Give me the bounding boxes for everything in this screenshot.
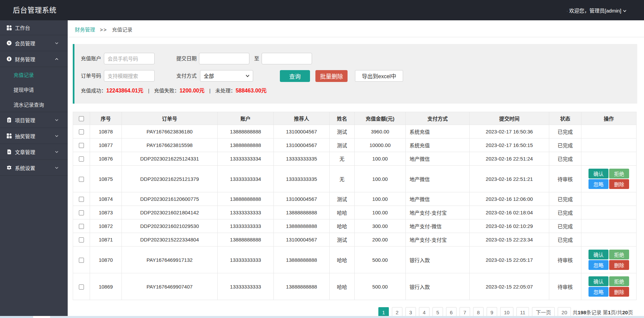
table-row: 10878 PAY1676623836180 13888888888 13100…	[73, 125, 637, 139]
row-checkbox[interactable]	[79, 237, 84, 242]
seq-cell: 10878	[90, 125, 122, 139]
stat-fail-label: 充值失败：	[154, 88, 179, 93]
row-checkbox[interactable]	[79, 197, 84, 202]
reject-button[interactable]: 拒绝	[609, 250, 629, 259]
sidebar-subitem-label: 充值记录	[14, 71, 34, 78]
stat-success-value: 12243864.01元	[106, 88, 143, 93]
ignore-button[interactable]: 忽略	[589, 260, 608, 270]
payment-method-select[interactable]: 全部	[200, 70, 253, 82]
order-no-cell: DDP20230216021029530	[122, 219, 218, 233]
sidebar-item-articles[interactable]: 文章管理	[0, 144, 68, 160]
stat-separator: |	[148, 88, 149, 93]
export-excel-button[interactable]: 导出到excel中	[355, 70, 403, 82]
sidebar-item-lottery[interactable]: 抽奖管理	[0, 128, 68, 144]
delete-button[interactable]: 删除	[609, 179, 629, 189]
row-checkbox[interactable]	[79, 177, 84, 182]
seq-cell: 10876	[90, 152, 122, 166]
reject-button[interactable]: 拒绝	[609, 169, 629, 178]
ignore-button[interactable]: 忽略	[589, 179, 608, 189]
horizontal-scrollbar[interactable]	[0, 316, 644, 318]
batch-delete-button[interactable]: 批量删除	[315, 70, 348, 82]
name-cell: 测试	[330, 233, 355, 247]
scrollbar-thumb[interactable]	[50, 316, 644, 318]
row-checkbox[interactable]	[79, 129, 84, 134]
amount-cell: 200.00	[355, 233, 406, 247]
confirm-button[interactable]: 确认	[589, 169, 608, 178]
breadcrumb-parent-link[interactable]: 财务管理	[75, 27, 95, 33]
summary-part: 条记录 第	[586, 310, 608, 315]
sidebar-divider	[0, 175, 68, 176]
table-row: 10877 PAY1676623815598 13888888888 13100…	[73, 139, 637, 152]
article-icon	[6, 149, 12, 154]
breadcrumb-current: 充值记录	[112, 27, 132, 33]
date-from-input[interactable]	[199, 53, 249, 64]
sidebar-item-workbench[interactable]: 工作台	[0, 20, 68, 35]
sidebar-item-projects[interactable]: 项目管理	[0, 112, 68, 128]
sidebar-subitem-transaction-query[interactable]: 流水记录查询	[0, 97, 68, 112]
row-checkbox[interactable]	[79, 156, 84, 162]
payment-cell: 地产微信	[406, 192, 470, 206]
status-cell: 已完成	[549, 206, 581, 219]
sidebar-item-label: 会员管理	[15, 40, 35, 47]
query-button[interactable]: 查询	[280, 70, 310, 82]
action-cell: 确认 拒绝 忽略 删除	[581, 166, 637, 192]
row-checkbox[interactable]	[79, 258, 84, 263]
time-cell: 2023-02-17 16:50:15	[470, 139, 549, 152]
sidebar-item-settings[interactable]: 系统设置	[0, 160, 68, 175]
order-no-cell: DDP20230216225124331	[122, 152, 218, 166]
account-cell: 13333333333	[218, 247, 274, 273]
name-cell: 无	[330, 166, 355, 192]
account-cell: 13333333334	[218, 166, 274, 192]
lottery-icon	[6, 133, 12, 139]
sidebar-subitem-label: 流水记录查询	[14, 101, 44, 108]
row-checkbox[interactable]	[79, 224, 84, 229]
sidebar-item-label: 系统设置	[15, 164, 35, 171]
sidebar-item-members[interactable]: V 会员管理	[0, 35, 68, 51]
row-checkbox[interactable]	[79, 284, 84, 290]
user-menu[interactable]: . 欢迎您，管理员[admin]	[567, 0, 627, 20]
date-to-input[interactable]	[262, 53, 312, 64]
name-cell: 测试	[330, 139, 355, 152]
reject-button[interactable]: 拒绝	[609, 276, 629, 286]
time-cell: 2023-02-16 22:51:24	[470, 152, 549, 166]
account-cell: 13333333333	[218, 219, 274, 233]
sidebar-item-finance[interactable]: ¥ 财务管理	[0, 51, 68, 67]
header-time: 提交时间	[470, 112, 549, 125]
records-table-wrap: 序号 订单号 账户 推荐人 姓名 充值金额(元) 支付方式 提交时间 状态 操作	[73, 112, 637, 300]
order-number-input[interactable]	[104, 70, 155, 82]
header-name: 姓名	[330, 112, 355, 125]
row-checkbox[interactable]	[79, 143, 84, 148]
svg-text:¥: ¥	[8, 57, 10, 61]
account-cell: 13888888888	[218, 139, 274, 152]
delete-button[interactable]: 删除	[609, 287, 629, 297]
name-cell: 哈哈	[330, 247, 355, 273]
referrer-cell: 13333333335	[274, 166, 330, 192]
status-cell: 已完成	[549, 139, 581, 152]
order-no-cell: DDP20230216225121379	[122, 166, 218, 192]
row-checkbox[interactable]	[79, 210, 84, 215]
sidebar-subitem-recharge-records[interactable]: 充值记录	[0, 67, 68, 82]
delete-button[interactable]: 删除	[609, 260, 629, 270]
payment-cell: 银行入款	[406, 273, 470, 300]
action-cell	[581, 233, 637, 247]
sidebar-subitem-withdraw-applications[interactable]: 提现申请	[0, 82, 68, 97]
topbar: 后台管理系统 . 欢迎您，管理员[admin]	[0, 0, 644, 20]
confirm-button[interactable]: 确认	[589, 250, 608, 259]
summary-current-page: 1	[608, 310, 610, 315]
account-input[interactable]	[104, 53, 155, 64]
stat-success-label: 充值成功：	[81, 88, 106, 93]
select-all-checkbox[interactable]	[79, 116, 84, 121]
status-cell: 已完成	[549, 219, 581, 233]
time-cell: 2023-02-15 22:05:07	[470, 273, 549, 300]
amount-cell: 3960.00	[355, 125, 406, 139]
scrollbar-thumb[interactable]	[0, 316, 33, 318]
action-buttons: 确认 拒绝 忽略 删除	[588, 169, 629, 189]
payment-cell: 地产支付-支付宝	[406, 206, 470, 219]
ignore-button[interactable]: 忽略	[589, 287, 608, 297]
account-label: 充值账户	[81, 53, 101, 64]
row-select-cell	[73, 247, 90, 273]
referrer-cell: 13333333335	[274, 152, 330, 166]
summary-part: 页/共	[611, 310, 622, 315]
confirm-button[interactable]: 确认	[589, 276, 608, 286]
action-cell	[581, 192, 637, 206]
